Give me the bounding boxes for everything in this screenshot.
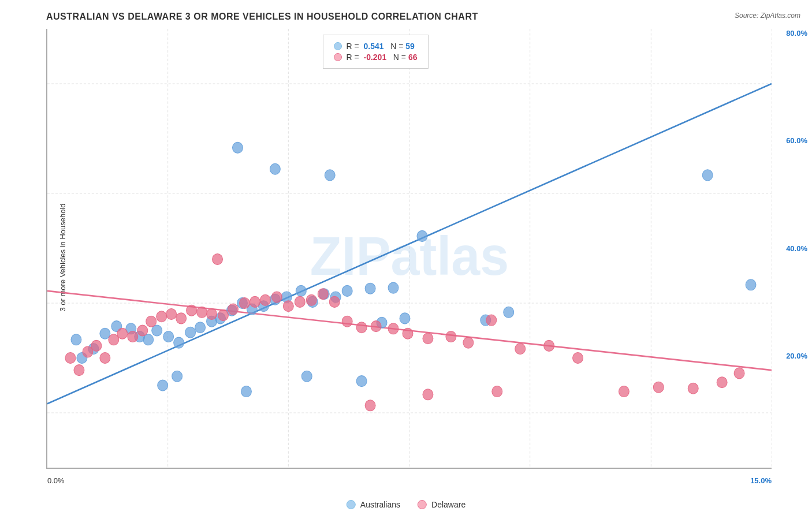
svg-point-80: [306, 294, 316, 305]
legend-dot-delaware: [334, 53, 342, 61]
svg-point-39: [365, 283, 375, 294]
svg-point-76: [260, 294, 270, 305]
svg-point-96: [365, 400, 375, 411]
y-axis-labels: 80.0% 60.0% 40.0% 20.0% 0: [783, 29, 807, 468]
source-label: Source: ZipAtlas.com: [735, 12, 800, 20]
svg-point-89: [423, 333, 433, 344]
svg-point-60: [100, 353, 110, 364]
svg-point-41: [232, 142, 243, 153]
legend-r-australians: R = 0.541 N = 59: [347, 42, 415, 51]
y-label-40: 40.0%: [786, 244, 807, 253]
svg-point-48: [172, 371, 182, 382]
svg-point-81: [318, 289, 328, 300]
svg-point-100: [653, 382, 664, 393]
svg-point-34: [296, 285, 306, 296]
svg-point-63: [128, 331, 138, 342]
bottom-legend-australians: Australians: [347, 500, 400, 509]
svg-point-99: [619, 386, 629, 397]
svg-point-90: [446, 331, 456, 342]
bottom-legend: Australians Delaware: [347, 500, 465, 509]
legend-item-australians: R = 0.541 N = 59: [334, 42, 418, 51]
svg-point-94: [544, 340, 554, 351]
bottom-legend-dot-delaware: [418, 500, 427, 509]
chart-svg: ZIPatlas: [47, 29, 772, 468]
svg-point-23: [174, 337, 184, 348]
svg-point-83: [213, 254, 223, 265]
svg-point-51: [356, 376, 367, 387]
svg-point-67: [166, 309, 177, 320]
legend-dot-australians: [334, 42, 342, 50]
svg-point-53: [400, 313, 410, 324]
svg-point-73: [228, 304, 239, 315]
svg-point-66: [157, 311, 167, 322]
svg-point-38: [342, 285, 352, 296]
svg-point-56: [65, 353, 76, 364]
svg-point-86: [371, 321, 381, 332]
svg-point-97: [423, 389, 433, 400]
svg-point-98: [492, 386, 502, 397]
svg-point-44: [417, 230, 427, 241]
svg-point-43: [325, 170, 335, 181]
svg-point-71: [207, 309, 217, 320]
svg-point-87: [388, 323, 398, 334]
legend-box: R = 0.541 N = 59 R = -0.201 N = 66: [323, 35, 429, 69]
svg-point-101: [688, 383, 698, 394]
svg-point-24: [185, 327, 196, 338]
svg-point-91: [463, 337, 474, 348]
svg-point-13: [71, 334, 81, 345]
svg-point-82: [329, 296, 340, 307]
svg-point-46: [746, 279, 756, 290]
svg-point-42: [270, 163, 280, 174]
chart-plot-area: ZIPatlas: [46, 29, 772, 469]
bottom-legend-delaware: Delaware: [418, 500, 465, 509]
svg-point-69: [187, 305, 197, 316]
svg-point-50: [301, 371, 312, 382]
svg-point-85: [356, 322, 367, 333]
svg-point-84: [342, 316, 352, 327]
svg-text:ZIPatlas: ZIPatlas: [310, 225, 509, 287]
chart-title: AUSTRALIAN VS DELAWARE 3 OR MORE VEHICLE…: [12, 12, 800, 22]
svg-point-93: [515, 344, 526, 354]
svg-point-78: [283, 301, 293, 312]
svg-point-103: [734, 368, 744, 379]
svg-point-45: [702, 170, 713, 181]
x-label-max: 15.0%: [750, 476, 772, 485]
svg-point-22: [163, 331, 174, 342]
y-label-60: 60.0%: [786, 136, 807, 145]
y-label-20: 20.0%: [786, 352, 807, 360]
bottom-legend-dot-australians: [347, 500, 356, 509]
svg-point-77: [271, 292, 282, 303]
svg-point-75: [249, 296, 260, 307]
svg-point-79: [295, 296, 305, 307]
svg-point-57: [74, 365, 84, 376]
svg-point-55: [504, 307, 514, 318]
chart-container: AUSTRALIAN VS DELAWARE 3 OR MORE VEHICLE…: [0, 0, 812, 515]
bottom-legend-label-australians: Australians: [360, 500, 400, 509]
legend-r-delaware: R = -0.201 N = 66: [347, 53, 418, 62]
svg-point-64: [137, 325, 148, 336]
svg-point-47: [158, 380, 168, 391]
svg-point-72: [218, 310, 229, 321]
legend-item-delaware: R = -0.201 N = 66: [334, 53, 418, 62]
bottom-legend-label-delaware: Delaware: [431, 500, 465, 509]
svg-point-68: [176, 313, 187, 324]
svg-point-102: [717, 377, 727, 388]
svg-point-65: [146, 316, 157, 327]
x-label-min: 0.0%: [47, 476, 65, 485]
svg-point-40: [388, 282, 398, 293]
svg-point-25: [195, 322, 206, 333]
svg-point-92: [486, 315, 497, 326]
svg-point-49: [241, 386, 251, 397]
svg-point-59: [91, 340, 102, 351]
x-axis-labels: 0.0% 15.0%: [47, 476, 772, 485]
svg-point-95: [573, 353, 583, 364]
svg-point-88: [403, 328, 413, 339]
svg-point-62: [117, 328, 128, 339]
svg-point-74: [239, 298, 249, 309]
y-label-80: 80.0%: [786, 29, 807, 38]
svg-point-70: [197, 307, 207, 318]
